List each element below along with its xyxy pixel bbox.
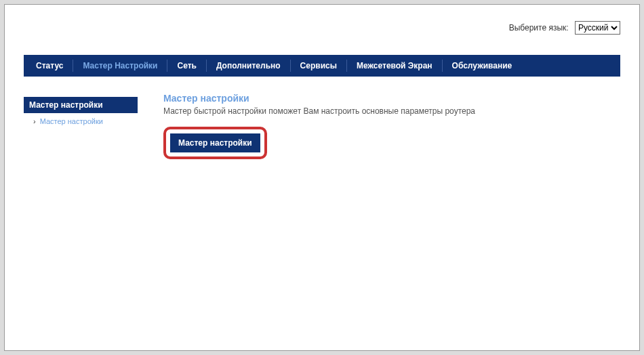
nav-item-services[interactable]: Сервисы [291, 55, 346, 77]
language-select[interactable]: Русский [575, 21, 620, 35]
nav-item-firewall[interactable]: Межсетевой Экран [347, 55, 442, 77]
page-container: Выберите язык: Русский Статус Мастер Нас… [4, 4, 640, 351]
sidebar-title: Мастер настройки [24, 97, 138, 113]
wizard-button[interactable]: Мастер настройки [170, 133, 260, 152]
nav-item-network[interactable]: Сеть [167, 55, 205, 77]
sidebar-item-wizard[interactable]: Мастер настройки [24, 113, 138, 128]
page-description: Мастер быстрой настройки поможет Вам нас… [163, 106, 620, 116]
nav-item-wizard[interactable]: Мастер Настройки [73, 55, 167, 77]
nav-item-status[interactable]: Статус [26, 55, 73, 77]
body-row: Мастер настройки Мастер настройки Мастер… [24, 97, 620, 159]
language-label: Выберите язык: [509, 23, 569, 33]
content-area: Мастер настройки Мастер быстрой настройк… [163, 93, 620, 159]
sidebar: Мастер настройки Мастер настройки [24, 97, 138, 159]
language-row: Выберите язык: Русский [24, 21, 620, 35]
nav-item-advanced[interactable]: Дополнительно [207, 55, 290, 77]
top-nav: Статус Мастер Настройки Сеть Дополнитель… [24, 55, 620, 77]
nav-item-maintenance[interactable]: Обслуживание [443, 55, 522, 77]
highlight-callout: Мастер настройки [163, 127, 267, 159]
page-title: Мастер настройки [163, 93, 620, 104]
